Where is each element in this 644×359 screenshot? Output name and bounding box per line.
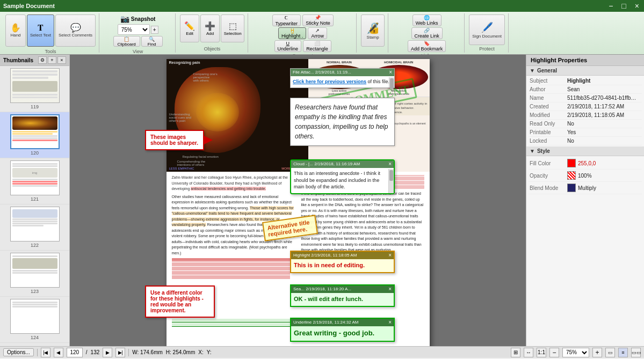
next-page-button[interactable]: ▶	[103, 348, 112, 357]
sea-note-close[interactable]: ×	[388, 287, 392, 292]
typewriter-icon: Ꞇ	[285, 15, 288, 21]
opacity-label: Opacity	[530, 173, 567, 179]
callout-color-change[interactable]: Use a different color for these highligh…	[145, 285, 215, 318]
style-section-toggle[interactable]: ▼ Style	[526, 146, 644, 156]
tools-label: Tools	[45, 48, 56, 54]
thumbnail-item-121[interactable]: img 121	[0, 158, 69, 204]
underline-annotation[interactable]: Underline 2/19/2018, 11:24:32 AM × Great…	[290, 318, 395, 342]
thumb-num-120: 120	[31, 150, 39, 156]
underline-close[interactable]: ×	[388, 320, 392, 325]
arrow-icon: ↗	[315, 28, 320, 33]
thumbnail-item-124[interactable]: 124	[0, 297, 69, 343]
select-text-button[interactable]: 𝐓 Select Text	[27, 14, 54, 47]
arrow-button[interactable]: ↗ Arrow	[308, 27, 327, 39]
modified-row: Modified 2/19/2018, 11:18:05 AM	[529, 111, 642, 120]
selection-button[interactable]: ⬚ Selection	[221, 14, 244, 42]
page-number-input[interactable]	[67, 348, 83, 357]
zoom-bottom-select[interactable]: 75% 50% 100% 150%	[562, 348, 589, 357]
underline-button[interactable]: U Underline	[274, 40, 302, 52]
thumbnail-close-button[interactable]: ×	[57, 56, 66, 64]
thumbnail-item-119[interactable]: 119	[0, 66, 69, 112]
app-close-button[interactable]: ×	[633, 2, 641, 10]
objects-label: Objects	[204, 45, 221, 52]
cloud-annotation[interactable]: Cloud - [... 2/19/2018, 11:16:19 AM × Th…	[290, 159, 395, 194]
last-page-button[interactable]: ▶|	[115, 348, 125, 357]
rectangle-button[interactable]: ⬜ Rectangle	[303, 40, 331, 52]
fill-color-label: Fill Color	[530, 160, 567, 166]
options-button[interactable]: Options...	[3, 348, 34, 356]
thumbnail-item-122[interactable]: 122	[0, 204, 69, 251]
locked-label: Locked	[530, 138, 567, 144]
select-comments-button[interactable]: 💬 Select Comments	[55, 14, 96, 47]
find-icon: 🔍	[149, 36, 155, 42]
fill-color-swatch[interactable]	[567, 159, 576, 167]
fill-color-row: Fill Color 255,0,0	[529, 157, 642, 170]
highlight-close[interactable]: ×	[388, 253, 392, 258]
zoom-out-button[interactable]: −	[549, 348, 559, 357]
find-button[interactable]: 🔍 Find	[141, 36, 163, 47]
highlight-button[interactable]: H̲ Highlight .	[278, 27, 306, 39]
file-attachment-annotation[interactable]: File Attac... 2/19/2018, 11:19... × Clic…	[290, 68, 395, 88]
fit-page-button[interactable]: ⊞	[511, 348, 520, 357]
cloud-annotation-header: Cloud - [... 2/19/2018, 11:16:19 AM	[293, 162, 360, 167]
prev-page-button[interactable]: ◀	[54, 348, 63, 357]
name-value: 511fbb35-d270-4841-b1ffbaa137...	[567, 95, 637, 101]
edit-button[interactable]: ✏️ Edit	[180, 14, 199, 42]
first-page-button[interactable]: |◀	[41, 348, 50, 357]
thumbnail-item-123[interactable]: 123	[0, 251, 69, 297]
single-page-button[interactable]: ▭	[605, 348, 615, 357]
properties-header: Highlight Properties	[526, 55, 644, 66]
readonly-label: Read Only	[530, 121, 567, 127]
x-label: X:	[198, 349, 203, 355]
clipboard-button[interactable]: 📋 Clipboard	[113, 36, 140, 47]
zoom-select[interactable]: 75%	[118, 24, 150, 35]
sticky-note-button[interactable]: 📌 Sticky Note	[302, 14, 334, 26]
two-page-button[interactable]: ▭▭	[631, 348, 641, 357]
zoom-in-button[interactable]: +	[592, 348, 602, 357]
underline-annotation-header: Underline 2/19/2018, 11:24:32 AM	[293, 320, 358, 325]
sea-note-body: OK - will edit after lunch.	[294, 295, 391, 303]
add-bookmark-button[interactable]: 🔖 Add Bookmark	[408, 40, 446, 52]
callout-images-sharper[interactable]: These images should be sharper.	[145, 130, 204, 150]
protect-label: Protect	[479, 45, 495, 52]
height-label: H: 254.0mm	[166, 349, 195, 355]
thumbnail-item-120[interactable]: 120	[0, 112, 69, 158]
locked-value: No	[567, 138, 574, 144]
zoom-fit-button[interactable]: +	[151, 26, 158, 34]
thumbnail-options-button[interactable]: ⚙	[38, 56, 47, 64]
hand-tool-button[interactable]: ✋ Hand	[5, 14, 26, 47]
add-button[interactable]: ➕ Add	[200, 14, 220, 42]
clipboard-icon: 📋	[124, 36, 129, 42]
author-row: Author Sean	[529, 85, 642, 94]
continuous-button[interactable]: ≡	[618, 348, 628, 357]
sign-document-icon: 🖊️	[481, 21, 493, 33]
sea-note-annotation[interactable]: Sea... 2/19/2018, 11:18:20 A... × OK - w…	[290, 284, 395, 307]
web-links-button[interactable]: 🌐 Web Links	[413, 14, 442, 26]
thumb-num-119: 119	[31, 104, 39, 109]
properties-panel: Highlight Properties ▼ General Subject H…	[526, 55, 644, 346]
subject-row: Subject Highlight	[529, 77, 642, 85]
thumbnail-add-button[interactable]: +	[48, 56, 56, 64]
fit-width-button[interactable]: ↔	[524, 348, 533, 357]
create-link-button[interactable]: 🔗 Create Link	[411, 27, 443, 39]
width-value: 174.6mm	[140, 349, 163, 355]
app-restore-button[interactable]: □	[620, 2, 627, 10]
subject-label: Subject	[530, 78, 567, 84]
page-total: 132	[91, 349, 100, 355]
document-area: FOR COMMENT Recognizing pain Comparing o…	[70, 55, 526, 346]
sign-document-button[interactable]: 🖊️ Sign Document	[469, 14, 505, 45]
create-link-icon: 🔗	[424, 28, 430, 33]
thumb-num-124: 124	[31, 335, 39, 340]
author-label: Author	[530, 86, 567, 92]
general-section-toggle[interactable]: ▼ General	[526, 66, 644, 76]
author-value: Sean	[567, 86, 580, 92]
highlight-annotation[interactable]: Highlight 2/19/2018, 11:18:05 AM × This …	[290, 251, 395, 273]
typewriter-button[interactable]: Ꞇ Typewriter	[272, 14, 301, 26]
add-icon: ➕	[205, 21, 215, 31]
app-minimize-button[interactable]: −	[607, 2, 614, 10]
file-attach-close[interactable]: ×	[389, 70, 392, 75]
created-row: Created 2/19/2018, 11:17:52 AM	[529, 102, 642, 111]
stamp-button[interactable]: 🔏 Stamp	[361, 14, 385, 47]
cloud-close[interactable]: ×	[388, 162, 392, 167]
actual-size-button[interactable]: 1:1	[537, 348, 546, 357]
